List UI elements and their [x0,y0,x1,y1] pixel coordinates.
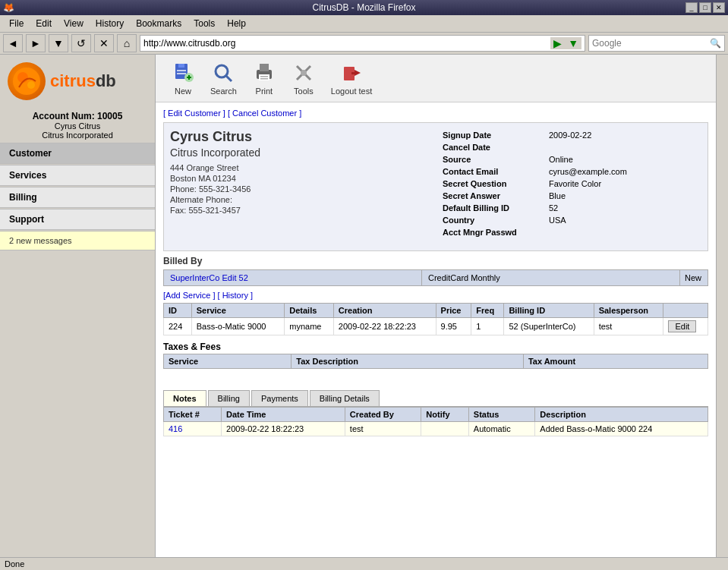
taxes-header: Taxes & Fees [163,342,708,352]
service-details: myname [285,318,334,335]
home-button[interactable]: ⌂ [117,34,137,52]
close-button[interactable]: ✕ [713,2,725,13]
toolbar-search[interactable]: Search [210,61,237,96]
col-creation: Creation [333,304,436,318]
messages-badge[interactable]: 2 new messages [0,231,155,250]
sidebar-item-support[interactable]: Support [0,209,155,230]
address-bar: ▶ ▼ [140,35,585,52]
menu-view[interactable]: View [58,17,90,30]
tab-payments[interactable]: Payments [251,390,308,406]
service-name: Bass-o-Matic 9000 [191,318,285,335]
sidebar-company: Citrus Incorporated [3,131,152,140]
source-value: Online [546,153,701,165]
new-label: New [175,87,191,96]
logo-area: citrusdb [0,55,155,108]
go-button[interactable]: ▶ [550,37,565,49]
menu-tools[interactable]: Tools [188,17,221,30]
cancel-date-value [546,141,701,153]
note-description: Added Bass-o-Matic 9000 224 [535,421,708,436]
toolbar-new[interactable]: New [171,61,195,96]
ticket-link[interactable]: 416 [169,424,182,433]
maximize-button[interactable]: □ [699,2,711,13]
info-row-passwd: Acct Mngr Passwd [440,226,701,238]
service-price: 9.95 [436,318,471,335]
secret-question-label: Secret Question [440,178,546,190]
taxes-empty-row [164,369,708,384]
tab-notes[interactable]: Notes [163,390,206,406]
tabs-container: Notes Billing Payments Billing Details T… [163,390,708,436]
minimize-button[interactable]: _ [685,2,698,13]
service-billing-id: 52 (SuperInterCo) [504,318,594,335]
service-edit-button[interactable]: Edit [668,320,696,332]
service-freq: 1 [471,318,504,335]
customer-city-state: Boston MA 01234 [170,174,432,183]
svg-point-2 [27,81,35,89]
sidebar-item-services[interactable]: Services [0,165,155,186]
toolbar-logout[interactable]: Logout test [331,61,372,96]
search-input[interactable] [592,38,710,49]
status-bar: Done [0,557,728,570]
customer-fax: Fax: 555-321-3457 [170,206,432,215]
sidebar-item-customer[interactable]: Customer [0,143,155,164]
service-id: 224 [164,318,192,335]
edit-billing-link[interactable]: Edit 52 [222,273,248,282]
logo-icon [8,62,46,100]
main-layout: citrusdb Account Num: 10005 Cyrus Citrus… [0,55,728,557]
notes-col-created-by: Created By [345,407,421,421]
country-value: USA [546,214,701,226]
menu-help[interactable]: Help [221,17,252,30]
tabs-row: Notes Billing Payments Billing Details [163,390,708,407]
services-header-row: ID Service Details Creation Price Freq B… [164,304,708,318]
reload-button[interactable]: ↺ [71,34,91,52]
col-price: Price [436,304,471,318]
taxes-section: Taxes & Fees Service Tax Description Tax… [163,342,708,384]
dropdown-button[interactable]: ▼ [49,34,68,52]
svg-rect-13 [260,64,269,71]
reseller-link[interactable]: SuperInterCo [170,273,219,282]
stop-button[interactable]: ✕ [94,34,114,52]
tab-billing-details[interactable]: Billing Details [310,390,380,406]
info-row-secret-a: Secret Answer Blue [440,190,701,202]
service-creation: 2009-02-22 18:22:23 [333,318,436,335]
history-link[interactable]: [ History ] [218,291,253,300]
search-go-icon[interactable]: 🔍 [710,38,721,49]
tab-billing[interactable]: Billing [208,390,250,406]
notes-col-datetime: Date Time [222,407,345,421]
signup-date-value: 2009-02-22 [546,129,701,141]
sidebar: citrusdb Account Num: 10005 Cyrus Citrus… [0,55,156,557]
back-button[interactable]: ◄ [3,34,23,52]
notes-col-ticket: Ticket # [164,407,222,421]
note-notify [421,421,468,436]
menu-bookmarks[interactable]: Bookmarks [130,17,188,30]
menu-edit[interactable]: Edit [30,17,58,30]
menu-file[interactable]: File [3,17,30,30]
content-scroll[interactable]: [ Edit Customer ] [ Cancel Customer ] Cy… [156,102,716,557]
scrollbar-vertical[interactable] [716,55,728,557]
notes-header-row: Ticket # Date Time Created By Notify Sta… [164,407,708,421]
window-controls[interactable]: _ □ ✕ [685,2,725,13]
tax-col-service: Service [164,354,292,369]
billed-by-header: Billed By [163,256,708,266]
toolbar-tools[interactable]: Tools [292,61,316,96]
svg-rect-16 [260,78,268,80]
sidebar-item-billing[interactable]: Billing [0,187,155,208]
svg-rect-9 [188,75,190,80]
edit-customer-link[interactable]: [ Edit Customer ] [163,109,225,118]
forward-button[interactable]: ► [26,34,46,52]
sidebar-customer-name: Cyrus Citrus [3,121,152,131]
action-links: [ Edit Customer ] [ Cancel Customer ] [163,109,708,118]
add-service-link[interactable]: [Add Service ] [163,291,215,300]
cancel-customer-link[interactable]: [ Cancel Customer ] [228,109,301,118]
col-billing-id: Billing ID [504,304,594,318]
menu-history[interactable]: History [90,17,130,30]
toolbar-print[interactable]: Print [252,61,276,96]
logo-text: citrusdb [50,71,116,91]
customer-address: 444 Orange Street [170,163,432,172]
dropdown-url-button[interactable]: ▼ [565,37,581,49]
address-input[interactable] [143,38,550,49]
messages-text: 2 new messages [9,236,72,245]
svg-rect-15 [260,76,268,77]
info-row-email: Contact Email cyrus@example.com [440,165,701,178]
svg-rect-4 [178,64,184,68]
logo-container: citrusdb [8,62,147,100]
